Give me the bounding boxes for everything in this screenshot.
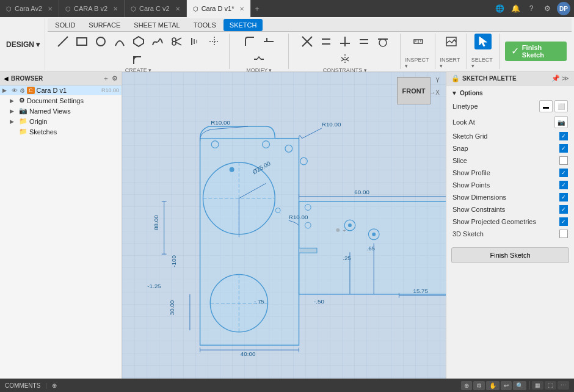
show-profile-checkbox[interactable]: ✓ <box>559 169 568 177</box>
named-views-label: Named Views <box>29 107 71 115</box>
show-projected-label: Show Projected Geometries <box>452 218 556 225</box>
x-axis-label: →X <box>429 89 440 96</box>
parallel-btn[interactable] <box>318 34 335 49</box>
zoom-btn[interactable]: 🔍 <box>513 381 526 390</box>
mesh-view-btn[interactable]: ⬚ <box>545 381 556 390</box>
palette-close-btn[interactable]: ≫ <box>562 74 569 82</box>
show-points-checkbox[interactable]: ✓ <box>559 181 568 189</box>
settings-button[interactable]: ⚙ <box>541 2 553 15</box>
show-projected-checkbox[interactable]: ✓ <box>559 217 568 226</box>
show-dimensions-checkbox[interactable]: ✓ <box>559 193 568 201</box>
tab-cara-av2[interactable]: ⬡ Cara Av2 ✕ <box>0 0 59 17</box>
perp-btn[interactable] <box>336 34 354 49</box>
doc-settings-label: Document Settings <box>27 97 84 104</box>
linetype-solid-btn[interactable]: ▬ <box>539 100 553 112</box>
scissors-tool[interactable] <box>168 34 185 49</box>
svg-line-0 <box>58 37 68 46</box>
zoom-fit-btn[interactable]: ↩ <box>501 381 512 390</box>
tab-cara-bv2[interactable]: ⬡ CARA B v2 ✕ <box>59 0 125 17</box>
tangent-btn[interactable] <box>374 34 391 49</box>
new-tab-button[interactable]: ＋ <box>251 2 263 15</box>
browser-add-btn[interactable]: ＋ <box>103 74 109 83</box>
lookat-btn[interactable]: 📷 <box>554 116 568 128</box>
show-constraints-checkbox[interactable]: ✓ <box>559 205 568 214</box>
browser-item-sketches[interactable]: 📁 Sketches <box>0 126 122 137</box>
snap-checkbox[interactable]: ✓ <box>559 144 568 153</box>
select-btn[interactable] <box>474 34 492 49</box>
menu-tab-row: SOLID SURFACE SHEET METAL TOOLS SKETCH <box>48 18 572 32</box>
line-tool[interactable] <box>54 34 71 49</box>
insert-image-btn[interactable] <box>443 34 460 49</box>
orbit-tool-btn[interactable]: ✋ <box>486 381 500 390</box>
bell-button[interactable]: 🔔 <box>509 2 521 15</box>
technical-drawing: .dim-line { stroke: #3a7abd; stroke-widt… <box>122 72 446 379</box>
svg-text:30.00: 30.00 <box>169 300 175 315</box>
finish-sketch-label: Finish Sketch <box>522 44 561 59</box>
circle-tool[interactable] <box>92 34 109 49</box>
front-face[interactable]: FRONT <box>397 77 431 104</box>
settings-icon: ⚙ <box>19 96 25 104</box>
tab-close-1[interactable]: ✕ <box>48 5 53 12</box>
dot-view-btn[interactable]: ⋯ <box>558 381 569 390</box>
line-icon <box>56 35 70 48</box>
tab-close-3[interactable]: ✕ <box>175 5 180 12</box>
help-button[interactable]: ? <box>525 2 537 15</box>
tab-cara-dv1[interactable]: ⬡ Cara D v1* ✕ <box>187 0 252 17</box>
pan-tool-btn[interactable]: ⊕ <box>461 381 472 390</box>
slice-checkbox[interactable] <box>559 156 568 165</box>
toolbar-content: SOLID SURFACE SHEET METAL TOOLS SKETCH <box>48 18 572 70</box>
finish-sketch-button[interactable]: ✓ Finish Sketch <box>505 42 567 61</box>
y-axis-label: Y <box>435 77 440 84</box>
create-tools <box>51 34 225 67</box>
options-header[interactable]: ▼ Options <box>446 88 574 98</box>
offset-tool[interactable] <box>187 34 204 49</box>
chevron-doc: ▶ <box>10 98 17 104</box>
equal-btn[interactable] <box>355 34 372 49</box>
tab-close-2[interactable]: ✕ <box>113 5 118 12</box>
trim-btn[interactable] <box>260 34 277 49</box>
nav-cube[interactable]: FRONT Y →X <box>397 77 440 111</box>
palette-pin-btn[interactable]: 📌 <box>551 74 560 82</box>
tab-surface[interactable]: SURFACE <box>82 19 126 31</box>
browser-item-origin[interactable]: ▶ 📁 Origin <box>0 116 122 126</box>
tab-sheet-metal[interactable]: SHEET METAL <box>128 19 186 31</box>
spline-tool[interactable] <box>149 34 166 49</box>
globe-button[interactable]: 🌐 <box>493 2 506 15</box>
browser-item-cara-dv1[interactable]: ▶ 👁 ⚙ C Cara D v1 R10.00 <box>0 85 122 95</box>
linetype-dashed-btn[interactable]: ⬜ <box>554 100 568 112</box>
rotate-tool-btn[interactable]: ⚙ <box>473 381 485 390</box>
browser-item-doc-settings[interactable]: ▶ ⚙ Document Settings <box>0 95 122 106</box>
fillet-btn[interactable] <box>241 34 258 49</box>
user-avatar[interactable]: DP <box>557 2 570 15</box>
rect-tool[interactable] <box>73 34 90 49</box>
status-add-btn[interactable]: ⊕ <box>52 382 57 389</box>
fillet-tool[interactable] <box>130 51 147 67</box>
tab-solid[interactable]: SOLID <box>49 19 81 31</box>
dimension-value: R10.00 <box>101 87 119 93</box>
sketches-label: Sketches <box>29 128 57 136</box>
sym-btn[interactable] <box>336 51 354 67</box>
tab-cara-cv2[interactable]: ⬡ Cara C v2 ✕ <box>125 0 187 17</box>
project-tool[interactable] <box>206 34 223 49</box>
coincident-btn[interactable] <box>299 34 316 49</box>
design-dropdown[interactable]: DESIGN ▾ <box>6 20 40 69</box>
browser-settings-btn[interactable]: ⚙ <box>112 74 118 82</box>
3d-sketch-checkbox[interactable] <box>559 230 568 238</box>
canvas-area[interactable]: FRONT Y →X .dim-line { stroke: #3a7abd; … <box>122 72 446 379</box>
finish-sketch-palette-btn[interactable]: Finish Sketch <box>451 247 569 263</box>
sketch-grid-checkbox[interactable]: ✓ <box>559 132 568 140</box>
polygon-tool[interactable] <box>130 34 147 49</box>
tab-close-4[interactable]: ✕ <box>239 5 244 12</box>
grid-view-btn[interactable]: ▦ <box>532 381 543 390</box>
arc-tool[interactable] <box>111 34 128 49</box>
lookat-row: Look At 📷 <box>446 114 574 130</box>
svg-text:-100: -100 <box>170 255 177 267</box>
views-icon: 📷 <box>19 107 27 115</box>
measure-btn[interactable] <box>410 34 427 49</box>
browser-collapse-btn[interactable]: ◀ <box>4 75 9 82</box>
break-btn[interactable] <box>250 51 267 67</box>
inspect-label: INSPECT ▾ <box>405 57 431 69</box>
tab-tools[interactable]: TOOLS <box>187 19 222 31</box>
browser-item-named-views[interactable]: ▶ 📷 Named Views <box>0 106 122 116</box>
tab-sketch[interactable]: SKETCH <box>223 19 263 31</box>
